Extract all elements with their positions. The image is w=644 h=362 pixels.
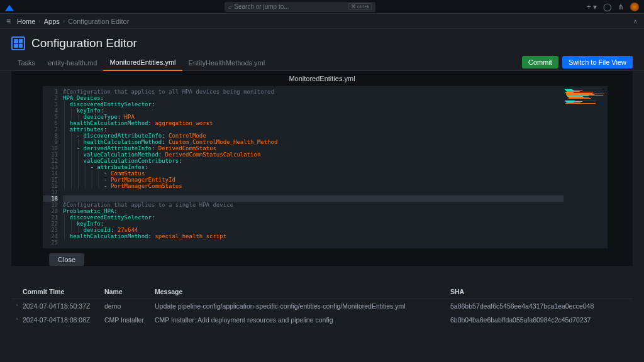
collapse-icon[interactable]: ∧ [633,18,638,25]
search-icon: ⌕ [228,4,231,10]
commit-sha: 5a86bb57deaf6c5456ee4a4317bca1ea0ecce048 [450,302,633,310]
code-editor[interactable]: 1234567891011121314151617181920212223242… [43,86,608,248]
tab-monitored-entities[interactable]: MonitoredEntities.yml [103,54,182,71]
feed-icon[interactable]: ⋔ [618,3,624,11]
col-commit-time: Commit Time [23,288,104,295]
tab-tasks[interactable]: Tasks [11,55,42,70]
file-name-header: MonitoredEntities.yml [11,71,633,86]
help-icon[interactable]: ◯ [603,3,611,11]
add-icon[interactable]: + ▾ [587,3,597,11]
commits-header: Commit Time Name Message SHA [11,285,633,299]
app-logo[interactable] [5,3,14,11]
commit-row[interactable]: › 2024-07-04T18:08:08Z CMP Installer CMP… [11,313,633,327]
commit-author: demo [104,302,155,310]
col-message: Message [155,288,450,295]
config-editor-icon [11,36,25,50]
chevron-right-icon[interactable]: › [11,316,23,324]
commit-time: 2024-07-04T18:08:08Z [23,316,104,324]
switch-file-view-button[interactable]: Switch to File View [562,56,633,69]
col-name: Name [104,288,155,295]
page-title: Configuration Editor [31,36,137,50]
commit-row[interactable]: › 2024-07-04T18:50:37Z demo Update pipel… [11,299,633,313]
breadcrumb-apps[interactable]: Apps [44,18,60,25]
commit-message: CMP Installer: Add deployment resources … [155,316,450,324]
commit-button[interactable]: Commit [522,56,558,69]
search-placeholder: Search or jump to... [234,3,289,10]
search-shortcut: ⌘ ctrl+k [348,3,372,10]
global-search[interactable]: ⌕ Search or jump to... ⌘ ctrl+k [225,2,375,12]
chevron-right-icon[interactable]: › [11,302,23,310]
commit-author: CMP Installer [104,316,155,324]
col-sha: SHA [450,288,633,295]
tab-entity-health[interactable]: entity-health.md [42,55,103,70]
commit-sha: 6b0b04ba6e6babffda055afa60984c2c45d70237 [450,316,633,324]
breadcrumb-current: Configuration Editor [68,18,129,25]
menu-icon[interactable]: ≡ [6,17,11,26]
breadcrumb: ≡ Home › Apps › Configuration Editor ∧ [0,14,644,29]
commit-time: 2024-07-04T18:50:37Z [23,302,104,310]
breadcrumb-home[interactable]: Home [17,18,35,25]
code-content[interactable]: #Configuration that applies to all HPA d… [63,89,564,246]
line-gutter: 1234567891011121314151617181920212223242… [43,89,63,246]
commit-message: Update pipeline-config/application-speci… [155,302,450,310]
minimap[interactable] [564,89,608,246]
avatar[interactable] [630,3,639,11]
tab-entity-health-methods[interactable]: EntityHealthMethods.yml [182,55,272,70]
close-button[interactable]: Close [49,253,84,266]
